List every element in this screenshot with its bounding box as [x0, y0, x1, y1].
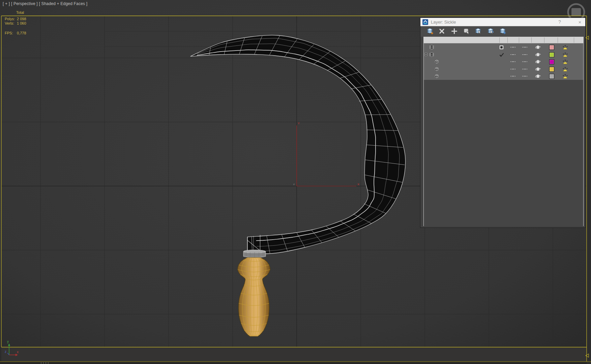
hide-toggle[interactable]	[510, 47, 515, 48]
layer-settings-icon	[499, 28, 506, 35]
render-teapot-icon[interactable]	[535, 74, 541, 78]
select-object-icon	[463, 28, 470, 35]
object-row[interactable]	[424, 65, 583, 73]
render-teapot-icon[interactable]	[535, 45, 541, 49]
column-separator	[531, 37, 532, 43]
freeze-toggle[interactable]	[522, 47, 527, 48]
delete-layer-x-icon	[438, 28, 445, 35]
layer-color-swatch[interactable]	[549, 67, 554, 72]
object-cube-icon	[435, 59, 439, 64]
dialog-toolbar	[420, 26, 585, 37]
layer-stack-icon	[429, 45, 434, 50]
current-layer-check-icon[interactable]	[499, 53, 504, 57]
freeze-toggle[interactable]	[522, 61, 527, 62]
dialog-titlebar[interactable]: Layer: Sickle ? ×	[420, 18, 585, 26]
layer-color-swatch[interactable]	[549, 45, 554, 50]
origin-z-label: z	[293, 183, 295, 186]
stats-total-header: Total	[16, 10, 24, 14]
stats-polys-label: Polys:	[5, 17, 15, 21]
freeze-toggle[interactable]	[522, 76, 527, 77]
radiosity-icon[interactable]	[562, 59, 568, 64]
object-cube-icon	[435, 74, 439, 78]
new-layer-button[interactable]	[426, 27, 434, 35]
column-separator	[558, 37, 558, 43]
hide-toggle[interactable]	[510, 54, 515, 55]
layer-cursor-icon	[475, 28, 482, 35]
tripod-y-label: y	[7, 340, 9, 343]
stats-polys-value: 2 098	[17, 17, 26, 21]
freeze-toggle[interactable]	[522, 54, 527, 55]
freeze-toggle[interactable]	[522, 69, 527, 69]
tripod-x-label: x	[17, 350, 19, 354]
radiosity-icon[interactable]	[562, 52, 568, 57]
tripod-z-label: z	[5, 350, 6, 354]
origin-y-label: Y	[298, 122, 300, 125]
layer-row[interactable]	[424, 43, 583, 51]
layer-settings-button[interactable]	[499, 27, 507, 35]
radiosity-icon[interactable]	[562, 66, 568, 72]
handle-ferrule	[243, 250, 266, 258]
layer-stack-icon	[429, 52, 434, 57]
layer-color-swatch[interactable]	[549, 59, 554, 64]
stats-verts-label: Verts:	[5, 21, 14, 25]
add-to-layer-plus-button[interactable]	[450, 27, 459, 35]
object-cube-icon	[435, 67, 439, 71]
layer-cursor-button[interactable]	[474, 27, 482, 35]
layer-list-header	[424, 37, 583, 43]
select-object-button[interactable]	[463, 27, 471, 35]
hide-toggle[interactable]	[510, 69, 515, 69]
hide-toggle[interactable]	[510, 61, 515, 62]
collapse-toggle[interactable]	[424, 53, 427, 56]
add-to-layer-plus-icon	[451, 28, 458, 35]
stats-fps-label: FPS:	[5, 31, 13, 35]
column-separator	[574, 37, 574, 43]
layer-highlight-icon	[487, 28, 494, 35]
sickle-handle	[238, 257, 270, 336]
current-layer-box[interactable]	[500, 46, 503, 49]
new-layer-icon	[426, 28, 434, 35]
dialog-title: Layer: Sickle	[431, 18, 456, 26]
layer-color-swatch[interactable]	[549, 74, 554, 79]
column-separator	[544, 37, 544, 43]
object-row[interactable]	[424, 72, 583, 80]
viewport-label[interactable]: [ + ] [ Perspective ] [ Shaded + Edged F…	[3, 1, 87, 6]
render-teapot-icon[interactable]	[535, 59, 541, 64]
stats-verts-value: 1 060	[17, 21, 26, 25]
column-separator	[499, 37, 500, 43]
delete-layer-x-button[interactable]	[438, 27, 446, 35]
object-row[interactable]	[424, 58, 583, 65]
help-button[interactable]: ?	[557, 18, 562, 26]
radiosity-icon[interactable]	[562, 73, 568, 79]
layer-color-swatch[interactable]	[549, 52, 554, 57]
render-teapot-icon[interactable]	[535, 52, 541, 57]
render-teapot-icon[interactable]	[535, 67, 541, 71]
layer-row[interactable]	[424, 51, 583, 58]
close-button[interactable]: ×	[577, 18, 583, 26]
layer-list	[423, 37, 584, 226]
origin-x-label: X	[357, 183, 359, 186]
radiosity-icon[interactable]	[562, 44, 568, 50]
column-separator	[507, 37, 508, 43]
column-separator	[519, 37, 519, 43]
hide-toggle[interactable]	[510, 76, 515, 77]
layer-manager-icon	[422, 19, 428, 25]
stats-fps-value: 0,778	[17, 31, 26, 35]
layer-manager-dialog: Layer: Sickle ? ×	[420, 18, 586, 228]
application-window: Y X z y z x [ + ] [ Perspective ] [ Shad…	[0, 0, 591, 364]
layer-highlight-button[interactable]	[487, 27, 495, 35]
